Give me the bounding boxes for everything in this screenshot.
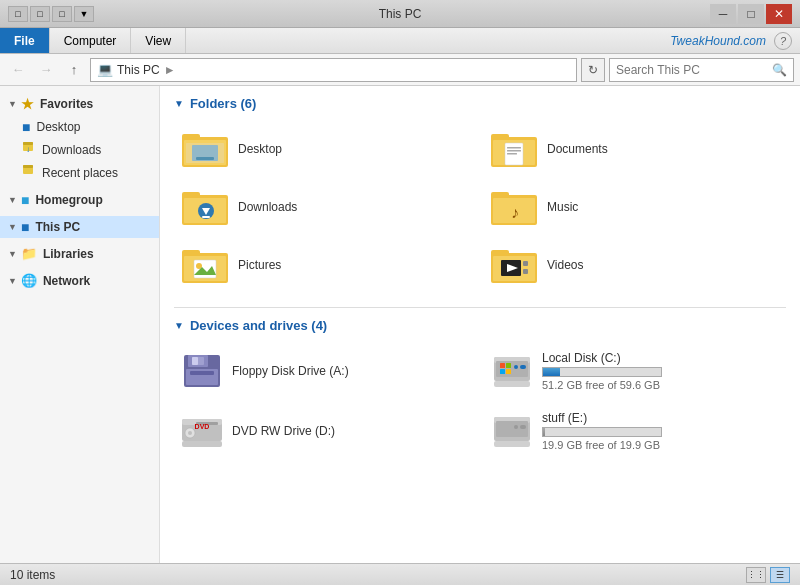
- local-c-free: 51.2 GB free of 59.6 GB: [542, 379, 662, 391]
- homegroup-arrow: ▼: [8, 195, 17, 205]
- quick-access-btn-1[interactable]: □: [8, 6, 28, 22]
- svg-rect-61: [182, 441, 222, 447]
- drive-dvd[interactable]: DVD DVD RW Drive (D:): [174, 405, 476, 457]
- local-c-bar: [543, 368, 560, 376]
- section-divider: [174, 307, 786, 308]
- folder-downloads-icon: [182, 187, 230, 227]
- stuff-e-bar: [543, 428, 545, 436]
- sidebar-section-libraries: ▼ 📁 Libraries: [0, 242, 159, 265]
- ribbon-brand: TweakHound.com ?: [670, 28, 800, 53]
- svg-text:↓: ↓: [26, 145, 30, 154]
- svg-rect-68: [520, 425, 526, 429]
- network-arrow: ▼: [8, 276, 17, 286]
- sidebar-thispc-header[interactable]: ▼ ■ This PC: [0, 216, 159, 238]
- sidebar-favorites-header[interactable]: ▼ ★ Favorites: [0, 92, 159, 116]
- forward-button[interactable]: →: [34, 58, 58, 82]
- dvd-drive-name: DVD RW Drive (D:): [232, 424, 335, 438]
- svg-rect-56: [500, 369, 505, 374]
- folder-documents[interactable]: Documents: [483, 123, 786, 175]
- local-c-icon: [492, 353, 532, 389]
- up-button[interactable]: ↑: [62, 58, 86, 82]
- status-view-controls: ⋮⋮ ☰: [746, 567, 790, 583]
- network-icon: 🌐: [21, 273, 37, 288]
- folder-pictures[interactable]: Pictures: [174, 239, 477, 291]
- svg-rect-54: [500, 363, 505, 368]
- libraries-icon: 📁: [21, 246, 37, 261]
- favorites-arrow: ▼: [8, 99, 17, 109]
- ribbon-tab-computer[interactable]: Computer: [50, 28, 132, 53]
- title-bar-quick-access: □ □ □ ▼: [8, 6, 94, 22]
- address-path-arrow: ►: [164, 63, 176, 77]
- address-path[interactable]: 💻 This PC ►: [90, 58, 577, 82]
- svg-rect-53: [494, 381, 530, 387]
- folder-music[interactable]: ♪ Music: [483, 181, 786, 233]
- ribbon-tab-view[interactable]: View: [131, 28, 186, 53]
- folder-videos[interactable]: Videos: [483, 239, 786, 291]
- help-button[interactable]: ?: [774, 32, 792, 50]
- sidebar-item-downloads[interactable]: ↓ Downloads: [0, 138, 159, 161]
- close-button[interactable]: ✕: [766, 4, 792, 24]
- folders-section-header[interactable]: ▼ Folders (6): [174, 96, 786, 111]
- view-details-button[interactable]: ☰: [770, 567, 790, 583]
- sidebar-homegroup-header[interactable]: ▼ ■ Homegroup: [0, 188, 159, 212]
- quick-access-btn-3[interactable]: □: [52, 6, 72, 22]
- network-label: Network: [43, 274, 90, 288]
- folder-music-label: Music: [547, 200, 578, 214]
- svg-rect-4: [23, 165, 33, 168]
- svg-text:DVD: DVD: [195, 423, 210, 430]
- local-c-name: Local Disk (C:): [542, 351, 662, 365]
- search-icon: 🔍: [772, 63, 787, 77]
- svg-rect-46: [190, 371, 214, 375]
- drive-local-c[interactable]: Local Disk (C:) 51.2 GB free of 59.6 GB: [484, 345, 786, 397]
- maximize-button[interactable]: □: [738, 4, 764, 24]
- drives-grid: Floppy Disk Drive (A:): [174, 345, 786, 457]
- quick-access-btn-2[interactable]: □: [30, 6, 50, 22]
- drive-floppy[interactable]: Floppy Disk Drive (A:): [174, 345, 476, 397]
- folder-downloads[interactable]: Downloads: [174, 181, 477, 233]
- brand-text: TweakHound.com: [670, 34, 766, 48]
- minimize-button[interactable]: ─: [710, 4, 736, 24]
- downloads-icon: ↓: [22, 141, 36, 158]
- folder-desktop[interactable]: Desktop: [174, 123, 477, 175]
- sidebar-item-desktop[interactable]: ■ Desktop: [0, 116, 159, 138]
- status-bar: 10 items ⋮⋮ ☰: [0, 563, 800, 585]
- stuff-e-free: 19.9 GB free of 19.9 GB: [542, 439, 662, 451]
- svg-rect-18: [507, 153, 517, 155]
- back-button[interactable]: ←: [6, 58, 30, 82]
- thispc-arrow: ▼: [8, 222, 17, 232]
- svg-text:♪: ♪: [511, 204, 519, 221]
- thispc-icon: ■: [21, 219, 29, 235]
- sidebar-section-homegroup: ▼ ■ Homegroup: [0, 188, 159, 212]
- title-bar-left: □ □ □ ▼: [8, 6, 102, 22]
- drives-section-label: Devices and drives (4): [190, 318, 327, 333]
- folder-documents-icon: [491, 129, 539, 169]
- address-path-text: This PC: [117, 63, 160, 77]
- svg-rect-11: [196, 157, 214, 160]
- view-large-icons-button[interactable]: ⋮⋮: [746, 567, 766, 583]
- main-layout: ▼ ★ Favorites ■ Desktop ↓ Downloads Rece…: [0, 86, 800, 563]
- desktop-icon: ■: [22, 119, 30, 135]
- recent-icon: [22, 164, 36, 181]
- svg-rect-16: [507, 147, 521, 149]
- floppy-drive-info: Floppy Disk Drive (A:): [232, 364, 349, 378]
- svg-rect-40: [523, 261, 528, 266]
- sidebar-item-recent[interactable]: Recent places: [0, 161, 159, 184]
- homegroup-label: Homegroup: [35, 193, 102, 207]
- favorites-label: Favorites: [40, 97, 93, 111]
- sidebar-libraries-header[interactable]: ▼ 📁 Libraries: [0, 242, 159, 265]
- drives-section-header[interactable]: ▼ Devices and drives (4): [174, 318, 786, 333]
- quick-access-dropdown[interactable]: ▼: [74, 6, 94, 22]
- sidebar: ▼ ★ Favorites ■ Desktop ↓ Downloads Rece…: [0, 86, 160, 563]
- favorites-star-icon: ★: [21, 96, 34, 112]
- folder-music-icon: ♪: [491, 187, 539, 227]
- svg-rect-51: [520, 365, 526, 369]
- folder-desktop-label: Desktop: [238, 142, 282, 156]
- sidebar-network-header[interactable]: ▼ 🌐 Network: [0, 269, 159, 292]
- floppy-drive-name: Floppy Disk Drive (A:): [232, 364, 349, 378]
- search-input[interactable]: [616, 63, 772, 77]
- svg-rect-70: [494, 441, 530, 447]
- ribbon-tab-file[interactable]: File: [0, 28, 50, 53]
- drive-stuff-e[interactable]: stuff (E:) 19.9 GB free of 19.9 GB: [484, 405, 786, 457]
- homegroup-icon: ■: [21, 192, 29, 208]
- refresh-button[interactable]: ↻: [581, 58, 605, 82]
